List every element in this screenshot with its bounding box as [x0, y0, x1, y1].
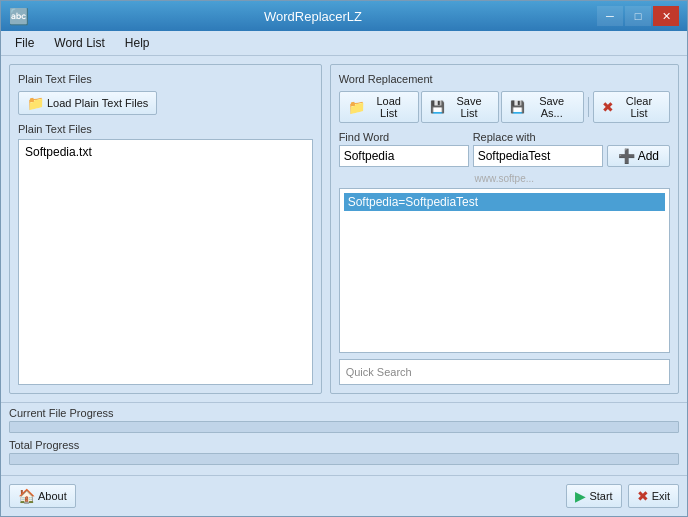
quick-search-box[interactable]: Quick Search — [339, 359, 670, 385]
list-item: Softpedia.txt — [23, 144, 308, 160]
bottom-toolbar: 🏠 About ▶ Start ✖ Exit — [1, 475, 687, 516]
add-icon: ➕ — [618, 148, 635, 164]
about-button[interactable]: 🏠 About — [9, 484, 76, 508]
progress-section: Current File Progress Total Progress — [1, 402, 687, 475]
replace-with-group: Replace with — [473, 131, 603, 167]
title-bar: 🔤 WordReplacerLZ ─ □ ✕ — [1, 1, 687, 31]
plain-text-files-section: Plain Text Files 📁 Load Plain Text Files… — [9, 64, 322, 394]
replace-with-label: Replace with — [473, 131, 603, 143]
save-list-icon: 💾 — [430, 100, 445, 114]
load-list-button[interactable]: 📁 Load List — [339, 91, 419, 123]
close-button[interactable]: ✕ — [653, 6, 679, 26]
plain-text-files-label: Plain Text Files — [18, 73, 313, 85]
find-replace-row: Find Word Replace with ➕ Add — [339, 131, 670, 167]
menu-word-list[interactable]: Word List — [46, 34, 112, 52]
right-panel: Word Replacement 📁 Load List 💾 Save List… — [330, 64, 679, 394]
maximize-button[interactable]: □ — [625, 6, 651, 26]
total-progress-label: Total Progress — [9, 439, 679, 451]
clear-list-button[interactable]: ✖ Clear List — [593, 91, 670, 123]
save-as-button[interactable]: 💾 Save As... — [501, 91, 584, 123]
main-window: 🔤 WordReplacerLZ ─ □ ✕ File Word List He… — [0, 0, 688, 517]
bottom-right: ▶ Start ✖ Exit — [566, 484, 679, 508]
files-list-label: Plain Text Files — [18, 123, 313, 135]
save-list-button[interactable]: 💾 Save List — [421, 91, 500, 123]
bottom-left: 🏠 About — [9, 484, 76, 508]
left-toolbar: 📁 Load Plain Text Files — [18, 91, 313, 115]
about-icon: 🏠 — [18, 488, 35, 504]
find-word-group: Find Word — [339, 131, 469, 167]
replace-with-input[interactable] — [473, 145, 603, 167]
word-replacement-section: Word Replacement 📁 Load List 💾 Save List… — [330, 64, 679, 394]
start-icon: ▶ — [575, 488, 586, 504]
quick-search-placeholder: Quick Search — [346, 366, 412, 378]
menu-file[interactable]: File — [7, 34, 42, 52]
right-toolbar: 📁 Load List 💾 Save List 💾 Save As... ✖ — [339, 91, 670, 123]
window-controls: ─ □ ✕ — [597, 6, 679, 26]
load-list-icon: 📁 — [348, 99, 365, 115]
folder-icon: 📁 — [27, 95, 44, 111]
minimize-button[interactable]: ─ — [597, 6, 623, 26]
total-progress-bar — [9, 453, 679, 465]
menu-bar: File Word List Help — [1, 31, 687, 56]
main-content: Plain Text Files 📁 Load Plain Text Files… — [1, 56, 687, 402]
plain-text-files-list[interactable]: Softpedia.txt — [18, 139, 313, 385]
word-replacement-label: Word Replacement — [339, 73, 670, 85]
current-progress-bar — [9, 421, 679, 433]
window-title: WordReplacerLZ — [29, 9, 597, 24]
save-as-icon: 💾 — [510, 100, 525, 114]
replacements-list[interactable]: Softpedia=SoftpediaTest — [339, 188, 670, 353]
add-button[interactable]: ➕ Add — [607, 145, 670, 167]
replacement-list-item[interactable]: Softpedia=SoftpediaTest — [344, 193, 665, 211]
load-plain-text-button[interactable]: 📁 Load Plain Text Files — [18, 91, 157, 115]
find-word-input[interactable] — [339, 145, 469, 167]
app-icon: 🔤 — [9, 7, 29, 26]
exit-button[interactable]: ✖ Exit — [628, 484, 679, 508]
exit-icon: ✖ — [637, 488, 649, 504]
current-progress-label: Current File Progress — [9, 407, 679, 419]
toolbar-separator — [588, 97, 589, 117]
start-button[interactable]: ▶ Start — [566, 484, 621, 508]
clear-list-icon: ✖ — [602, 99, 614, 115]
watermark: www.softpe... — [339, 173, 670, 184]
find-word-label: Find Word — [339, 131, 469, 143]
left-panel: Plain Text Files 📁 Load Plain Text Files… — [9, 64, 322, 394]
menu-help[interactable]: Help — [117, 34, 158, 52]
